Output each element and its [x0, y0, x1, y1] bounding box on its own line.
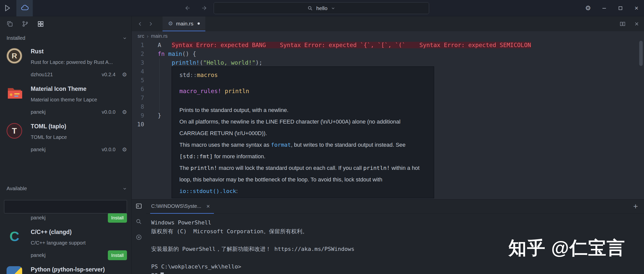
search-icon — [307, 6, 313, 11]
plugin-description: Rust for Lapce: powered by Rust A... — [31, 59, 127, 65]
history-forward-button[interactable] — [200, 4, 208, 12]
hover-doc-paragraph: Prints to the standard output, with a ne… — [179, 104, 426, 116]
titlebar: hello ⚙ × — [0, 0, 644, 16]
split-editor-icon[interactable] — [618, 20, 627, 28]
installed-section-label: Installed — [7, 35, 25, 41]
plugin-list-item[interactable]: panekj Install — [0, 213, 132, 224]
tab-forward-button[interactable] — [146, 20, 155, 28]
token-plain: () { — [182, 51, 196, 57]
inline-code: println! — [190, 165, 217, 171]
remote-connection-button[interactable] — [16, 0, 33, 16]
hover-doc-paragraph: The println! macro will lock the standar… — [179, 162, 426, 197]
tab-main-rs[interactable]: ⚙ main.rs — [163, 16, 205, 31]
token-plain: ); — [255, 59, 263, 66]
terminal-tabbar: C:\WINDOWS\Syste... × + — [146, 200, 644, 214]
svg-text:C: C — [9, 229, 19, 244]
problems-panel-icon[interactable] — [136, 234, 142, 241]
plugin-list-item[interactable]: Python (python-lsp-server) — [0, 262, 132, 274]
terminal-cursor — [160, 272, 164, 274]
extensions-icon[interactable] — [37, 20, 44, 28]
plugin-list-item[interactable]: C C/C++ (clangd) C/C++ language support … — [0, 224, 132, 262]
line-number: 6 — [132, 85, 144, 94]
install-button[interactable]: Install — [108, 213, 127, 223]
token-plain: } — [158, 112, 161, 119]
plugin-search-input[interactable] — [4, 200, 127, 213]
settings-gear-button[interactable]: ⚙ — [584, 4, 593, 13]
workspace-name: hello — [316, 5, 327, 11]
breadcrumb-file[interactable]: main.rs — [151, 33, 168, 39]
chevron-down-icon — [331, 6, 335, 11]
tab-label: main.rs — [176, 21, 194, 27]
history-back-button[interactable] — [183, 4, 192, 12]
installed-plugin-list: R Rust Rust for Lapce: powered by Rust A… — [0, 44, 132, 156]
code-line: A Syntax Error: expected BANG Syntax Err… — [158, 41, 531, 50]
tab-back-button[interactable] — [136, 20, 144, 28]
available-section-header[interactable]: Available — [0, 183, 132, 194]
line-number: 7 — [132, 94, 144, 102]
editor-scrollbar[interactable] — [639, 41, 643, 66]
token-plain: ( — [200, 59, 203, 66]
doc-text: , but writes to the standard output inst… — [291, 142, 406, 148]
watermark: 知乎 @仁宝言 — [508, 236, 625, 260]
code-row: 2fn main() { — [132, 50, 644, 58]
minimize-button[interactable] — [600, 4, 609, 13]
lapce-logo-icon — [4, 4, 11, 12]
installed-section-header[interactable]: Installed — [0, 33, 132, 44]
close-editor-icon[interactable] — [632, 20, 641, 28]
code-row: 3 println!("Hello, world!"); — [132, 58, 644, 67]
token-type: macros — [197, 72, 218, 78]
doc-text: macro will lock the standard output on e… — [217, 165, 363, 171]
plugin-list-item[interactable]: R Rust Rust for Lapce: powered by Rust A… — [0, 44, 132, 81]
doc-text: : — [236, 188, 238, 194]
line-number: 3 — [132, 58, 144, 67]
breadcrumb-separator-icon: › — [147, 33, 149, 39]
token-fn: println! — [172, 59, 200, 66]
plugin-version: v0.0.0 — [102, 109, 115, 115]
token-plain: std — [179, 72, 190, 78]
inline-code: [std::fmt] — [179, 153, 213, 160]
search-panel-icon[interactable] — [136, 218, 142, 225]
plugin-author: panekj — [31, 252, 46, 258]
breadcrumb-src[interactable]: src — [138, 33, 144, 39]
editor-tabbar: ⚙ main.rs — [132, 16, 644, 31]
close-terminal-tab-icon[interactable]: × — [206, 203, 210, 210]
new-terminal-button[interactable]: + — [633, 202, 644, 211]
sidebar-panel-switcher — [0, 16, 132, 31]
plugin-author: dzhou121 — [31, 72, 53, 77]
terminal-line: 版权所有 (C) Microsoft Corporation。保留所有权利。 — [151, 227, 644, 236]
doc-text: This macro uses the same syntax as — [179, 142, 271, 148]
plugin-author: panekj — [31, 147, 46, 152]
terminal-panel-icon[interactable] — [136, 203, 142, 209]
cloud-icon — [20, 4, 29, 12]
rust-plugin-icon: R — [7, 48, 22, 64]
code-line: println!("Hello, world!"); — [158, 58, 262, 67]
plugin-author: panekj — [31, 109, 46, 115]
token-plain — [158, 59, 172, 66]
maximize-button[interactable] — [616, 4, 625, 13]
plugin-settings-gear-icon[interactable]: ⚙ — [122, 109, 127, 115]
plugin-list-item[interactable]: Material Icon Theme Material icon theme … — [0, 81, 132, 119]
plugin-settings-gear-icon[interactable]: ⚙ — [122, 146, 127, 153]
file-explorer-icon[interactable] — [6, 20, 14, 28]
token-type: println — [225, 88, 249, 94]
close-button[interactable]: × — [632, 4, 641, 13]
clipped-plugin-item: panekj Install — [0, 213, 132, 224]
token-plain — [221, 88, 225, 94]
doc-text: The — [179, 165, 190, 171]
source-control-icon[interactable] — [21, 20, 29, 28]
plugin-settings-gear-icon[interactable]: ⚙ — [122, 71, 127, 78]
plugin-author: panekj — [31, 215, 46, 221]
available-plugin-list: panekj Install C C/C++ (clangd) C/C++ la… — [0, 213, 132, 274]
token-kw: fn — [158, 51, 165, 57]
terminal-tab[interactable]: C:\WINDOWS\Syste... × — [150, 200, 214, 214]
inline-code: format — [271, 142, 291, 148]
install-button[interactable]: Install — [108, 250, 127, 260]
cpp-plugin-icon: C — [7, 229, 22, 244]
code-row: 1A Syntax Error: expected BANG Syntax Er… — [132, 41, 644, 50]
workspace-selector[interactable]: hello — [214, 2, 429, 14]
token-punct: :: — [190, 72, 197, 78]
plugin-name: C/C++ (clangd) — [31, 229, 127, 236]
plugin-list-item[interactable]: T TOML (taplo) TOML for Lapce panekj v0.… — [0, 119, 132, 156]
line-number: 5 — [132, 76, 144, 85]
token-plain — [165, 51, 168, 57]
